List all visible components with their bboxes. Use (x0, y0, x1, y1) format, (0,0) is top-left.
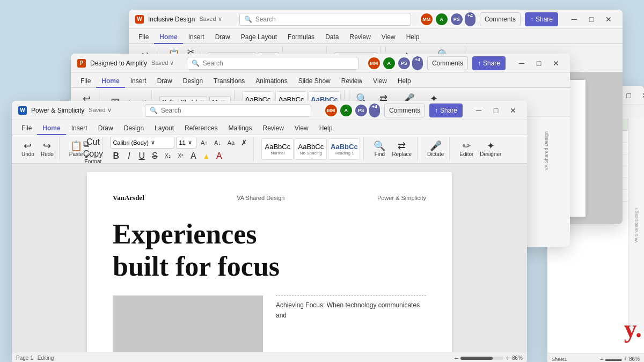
word-back-minimize[interactable]: ─ (567, 13, 582, 25)
word-back-tab-pagelayout[interactable]: Page Layout (236, 31, 282, 44)
avatar-1: MM (420, 12, 434, 26)
ppt-close[interactable]: ✕ (548, 57, 564, 69)
ppt-comments-btn[interactable]: Comments (427, 56, 468, 70)
doc-header-center: VA Shared Design (237, 195, 284, 201)
word-front-strikethrough-btn[interactable]: S (149, 150, 160, 162)
word-front-undo-btn[interactable]: ↩ Undo (19, 140, 36, 158)
word-back-tab-home[interactable]: Home (154, 31, 182, 44)
word-back-share-btn[interactable]: ↑ Share (525, 12, 558, 26)
excel-zoom-plus[interactable]: + (624, 356, 627, 362)
ppt-saved[interactable]: Saved ∨ (151, 60, 174, 67)
ppt-tab-design[interactable]: Design (178, 75, 208, 88)
word-back-search-input[interactable] (255, 16, 406, 23)
word-front-editor-label: Editor (459, 151, 473, 157)
word-front-tab-review[interactable]: Review (258, 122, 289, 135)
ppt-maximize[interactable]: □ (531, 57, 546, 69)
word-front-redo-icon: ↪ (43, 141, 51, 151)
word-front-replace-btn[interactable]: ⇄ Replace (390, 140, 414, 158)
word-front-italic-btn[interactable]: I (123, 150, 135, 162)
word-front-tab-design[interactable]: Design (119, 122, 149, 135)
word-front-search-box[interactable]: 🔍 (145, 104, 311, 117)
ppt-tab-draw[interactable]: Draw (152, 75, 178, 88)
ppt-share-btn[interactable]: ↑ Share (472, 56, 506, 70)
word-front-subscript-btn[interactable]: X₂ (162, 150, 173, 162)
word-front-fontcolor-btn[interactable]: A (187, 150, 199, 162)
word-front-share-btn[interactable]: ↑ Share (429, 104, 463, 117)
word-front-normal-preview: AaBbCc (265, 143, 291, 151)
word-front-dictate-btn[interactable]: 🎤 Dictate (425, 140, 446, 158)
word-front-superscript-btn[interactable]: X² (174, 150, 186, 162)
word-back-tab-insert[interactable]: Insert (183, 31, 210, 44)
word-front-find-btn[interactable]: 🔍 Find (371, 140, 387, 158)
word-front-clear-format-btn[interactable]: ✗ (238, 137, 250, 149)
word-back-saved[interactable]: Saved ∨ (199, 16, 222, 23)
ppt-tab-file[interactable]: File (75, 75, 96, 88)
word-front-style-normal[interactable]: AaBbCc Normal (261, 138, 294, 160)
word-front-redo-btn[interactable]: ↪ Redo (39, 140, 56, 158)
word-front-tab-help[interactable]: Help (314, 122, 338, 135)
word-back-close[interactable]: ✕ (601, 13, 616, 25)
ppt-tab-insert[interactable]: Insert (125, 75, 152, 88)
word-back-app-icon: W (135, 15, 144, 24)
word-front-bold-btn[interactable]: B (110, 150, 122, 162)
ppt-search-box[interactable]: 🔍 (187, 57, 358, 70)
word-back-tab-file[interactable]: File (133, 31, 154, 44)
word-front-tab-draw[interactable]: Draw (93, 122, 119, 135)
word-front-underline-btn[interactable]: U (136, 150, 148, 162)
word-front-case-btn[interactable]: Aa (225, 137, 237, 149)
ppt-tab-slideshow[interactable]: Slide Show (293, 75, 336, 88)
ppt-tab-view[interactable]: View (368, 75, 392, 88)
word-front-tab-layout[interactable]: Layout (149, 122, 179, 135)
ppt-tab-transitions[interactable]: Transitions (208, 75, 250, 88)
word-front-tab-references[interactable]: References (179, 122, 223, 135)
word-front-zoom-slider[interactable] (460, 357, 503, 360)
word-front-comments-btn[interactable]: Comments (384, 104, 425, 117)
word-front-style-nospacing[interactable]: AaBbCc No Spacing (295, 138, 327, 160)
word-front-minimize[interactable]: ─ (471, 105, 486, 116)
ppt-tab-review[interactable]: Review (336, 75, 368, 88)
word-front-font-dd-icon[interactable]: ∨ (151, 139, 155, 146)
word-front-font-grow-btn[interactable]: A↑ (198, 137, 210, 149)
word-front-designer-btn[interactable]: ✦ Designer (478, 140, 503, 158)
ppt-minimize[interactable]: ─ (514, 57, 529, 69)
word-front-tab-home[interactable]: Home (37, 122, 65, 135)
word-front-editor-btn[interactable]: ✏ Editor (457, 140, 475, 158)
word-back-tab-data[interactable]: Data (320, 31, 344, 44)
word-back-tab-view[interactable]: View (376, 31, 401, 44)
word-back-tab-formulas[interactable]: Formulas (282, 31, 320, 44)
word-front-close[interactable]: ✕ (506, 105, 521, 116)
word-front-font-shrink-btn[interactable]: A↓ (211, 137, 223, 149)
word-back-tab-review[interactable]: Review (344, 31, 376, 44)
word-front-maximize[interactable]: □ (488, 105, 503, 116)
word-front-highlight-btn[interactable]: ▲ (200, 150, 212, 162)
word-front-tab-insert[interactable]: Insert (66, 122, 93, 135)
word-front-style-heading1[interactable]: AaBbCc Heading 1 (328, 138, 360, 160)
word-front-fontsize-dd-icon[interactable]: ∨ (188, 139, 192, 146)
ppt-tab-home[interactable]: Home (96, 75, 125, 88)
word-front-saved[interactable]: Saved ∨ (89, 107, 111, 114)
excel-zoom-slider[interactable]: ▬▬▬ (605, 356, 621, 362)
word-front-fontbg-btn[interactable]: A (213, 150, 225, 162)
word-front-font-selector[interactable]: Calibri (Body) ∨ (110, 137, 174, 149)
word-back-search-box[interactable]: 🔍 (239, 13, 411, 26)
word-back-tab-help[interactable]: Help (401, 31, 425, 44)
word-front-format-btn[interactable]: 🖌 Format Paint (87, 156, 99, 163)
excel-maximize[interactable]: □ (621, 90, 636, 101)
ppt-tab-animations[interactable]: Animations (250, 75, 292, 88)
excel-close[interactable]: ✕ (638, 90, 644, 101)
word-front-search-input[interactable] (161, 107, 306, 114)
word-back-comments-btn[interactable]: Comments (480, 12, 521, 26)
word-front-tab-file[interactable]: File (16, 122, 37, 135)
word-front-paste-btn[interactable]: 📋 Paste (67, 140, 85, 158)
word-front-tab-view[interactable]: View (289, 122, 314, 135)
word-front-zoom-minus[interactable]: – (455, 354, 458, 362)
word-back-tab-draw[interactable]: Draw (210, 31, 236, 44)
ppt-search-input[interactable] (203, 60, 353, 67)
word-front-zoom-plus[interactable]: + (506, 354, 510, 362)
word-back-maximize[interactable]: □ (584, 13, 599, 25)
word-front-share-label: Share (440, 107, 457, 114)
word-front-tab-mailings[interactable]: Mailings (223, 122, 257, 135)
ppt-tab-help[interactable]: Help (392, 75, 416, 88)
word-front-fontsize-selector[interactable]: 11 ∨ (176, 137, 196, 149)
excel-zoom-minus[interactable]: – (601, 356, 604, 362)
